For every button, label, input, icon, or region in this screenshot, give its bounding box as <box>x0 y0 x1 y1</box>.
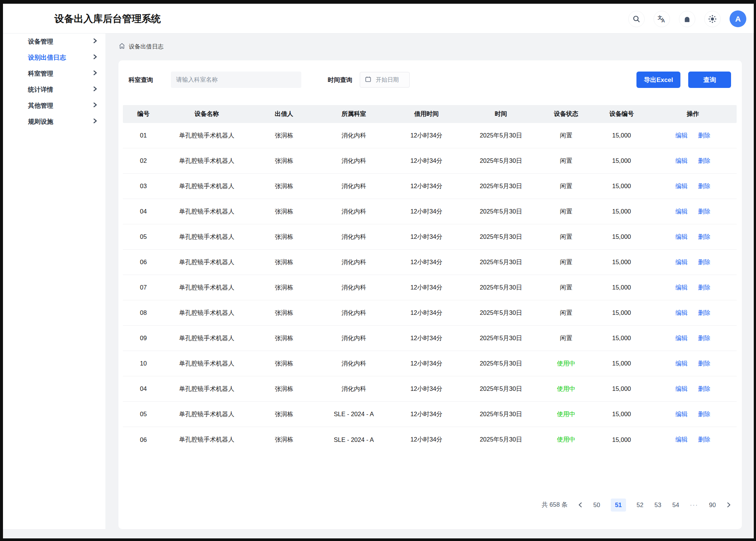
delete-link[interactable]: 删除 <box>698 436 711 444</box>
sidebar-item-label: 设备管理 <box>28 37 53 46</box>
dept-query-label: 科室查询 <box>128 72 153 88</box>
delete-link[interactable]: 删除 <box>698 157 711 165</box>
cell-lender: 张润栋 <box>250 132 318 140</box>
cell-device-status: 使用中 <box>538 360 594 368</box>
avatar[interactable]: A <box>730 10 746 27</box>
delete-link[interactable]: 删除 <box>698 360 711 368</box>
pagination-page[interactable]: 54 <box>672 502 680 509</box>
cell-device-name: 单孔腔镜手术机器人 <box>164 309 250 317</box>
edit-link[interactable]: 编辑 <box>676 410 688 418</box>
pagination-next-button[interactable] <box>727 502 731 508</box>
cell-department: 消化内科 <box>318 233 389 241</box>
cell-borrow-duration: 12小时34分 <box>389 436 464 444</box>
table-row: 05 单孔腔镜手术机器人 张润栋 SLE - 2024 - A 12小时34分 … <box>123 402 737 427</box>
sidebar-item-other-management[interactable]: 其他管理 <box>3 98 105 114</box>
breadcrumb[interactable]: 设备出借日志 <box>118 42 163 51</box>
theme-button[interactable] <box>704 11 721 27</box>
sidebar-item-label: 统计详情 <box>28 85 53 94</box>
cell-operations: 编辑 删除 <box>649 436 737 444</box>
cell-id: 10 <box>123 360 164 367</box>
query-button[interactable]: 查询 <box>688 72 731 88</box>
edit-link[interactable]: 编辑 <box>676 436 688 444</box>
cell-device-name: 单孔腔镜手术机器人 <box>164 410 250 418</box>
sidebar-item-lending-log[interactable]: 设别出借日志 <box>3 50 105 66</box>
edit-link[interactable]: 编辑 <box>676 309 688 317</box>
cell-device-name: 单孔腔镜手术机器人 <box>164 360 250 368</box>
delete-link[interactable]: 删除 <box>698 233 711 241</box>
cell-device-status: 闲置 <box>538 182 594 190</box>
chevron-right-icon <box>93 86 97 94</box>
cell-device-name: 单孔腔镜手术机器人 <box>164 208 250 216</box>
edit-link[interactable]: 编辑 <box>676 360 688 368</box>
delete-link[interactable]: 删除 <box>698 258 711 266</box>
cell-borrow-duration: 12小时34分 <box>389 360 464 368</box>
sidebar-item-statistics[interactable]: 统计详情 <box>3 82 105 98</box>
cell-lender: 张润栋 <box>250 385 318 393</box>
cell-borrow-duration: 12小时34分 <box>389 309 464 317</box>
edit-link[interactable]: 编辑 <box>676 132 688 140</box>
delete-link[interactable]: 删除 <box>698 309 711 317</box>
calendar-icon <box>365 76 371 84</box>
delete-link[interactable]: 删除 <box>698 334 711 342</box>
delete-link[interactable]: 删除 <box>698 410 711 418</box>
dept-search-input[interactable] <box>171 72 301 88</box>
edit-link[interactable]: 编辑 <box>676 334 688 342</box>
cell-device-name: 单孔腔镜手术机器人 <box>164 284 250 292</box>
pagination-page[interactable]: 90 <box>709 502 716 509</box>
cell-lender: 张润栋 <box>250 182 318 190</box>
cell-device-status: 闲置 <box>538 258 594 266</box>
delete-link[interactable]: 删除 <box>698 208 711 216</box>
edit-link[interactable]: 编辑 <box>676 258 688 266</box>
sidebar-item-department-management[interactable]: 科室管理 <box>3 66 105 82</box>
cell-date: 2025年5月30日 <box>464 410 538 418</box>
pagination-page[interactable]: 52 <box>636 502 644 509</box>
pagination-ellipsis[interactable]: ··· <box>690 502 698 509</box>
edit-link[interactable]: 编辑 <box>676 208 688 216</box>
edit-link[interactable]: 编辑 <box>676 182 688 190</box>
cell-id: 02 <box>123 157 164 164</box>
delete-link[interactable]: 删除 <box>698 284 711 292</box>
notification-button[interactable] <box>679 11 695 27</box>
pagination-page-active[interactable]: 51 <box>611 499 626 512</box>
pagination-page[interactable]: 53 <box>654 502 662 509</box>
cell-device-status: 闲置 <box>538 309 594 317</box>
home-icon <box>118 42 126 51</box>
cell-borrow-duration: 12小时34分 <box>389 132 464 140</box>
edit-link[interactable]: 编辑 <box>676 385 688 393</box>
col-header-ops: 操作 <box>649 110 737 118</box>
sidebar-item-rule-settings[interactable]: 规则设施 <box>3 114 105 130</box>
search-button[interactable] <box>628 11 645 27</box>
edit-link[interactable]: 编辑 <box>676 284 688 292</box>
export-excel-button[interactable]: 导出Excel <box>636 72 680 88</box>
translate-button[interactable]: 文 A <box>654 11 670 27</box>
cell-date: 2025年5月30日 <box>464 182 538 190</box>
cell-department: 消化内科 <box>318 309 389 317</box>
delete-link[interactable]: 删除 <box>698 182 711 190</box>
cell-device-number: 15,000 <box>594 436 649 443</box>
cell-id: 01 <box>123 132 164 139</box>
delete-link[interactable]: 删除 <box>698 132 711 140</box>
sidebar-item-device-management[interactable]: 设备管理 <box>3 34 105 50</box>
cell-borrow-duration: 12小时34分 <box>389 157 464 165</box>
pagination-page[interactable]: 50 <box>593 502 600 509</box>
cell-date: 2025年5月30日 <box>464 132 538 140</box>
cell-lender: 张润栋 <box>250 284 318 292</box>
pagination-pages: 5051525354···90 <box>593 499 716 512</box>
pagination-prev-button[interactable] <box>578 502 582 508</box>
cell-department: 消化内科 <box>318 284 389 292</box>
edit-link[interactable]: 编辑 <box>676 233 688 241</box>
cell-date: 2025年5月30日 <box>464 334 538 342</box>
cell-device-number: 15,000 <box>594 259 649 266</box>
cell-lender: 张润栋 <box>250 233 318 241</box>
delete-link[interactable]: 删除 <box>698 385 711 393</box>
cell-device-status: 闲置 <box>538 157 594 165</box>
cell-device-status: 闲置 <box>538 208 594 216</box>
cell-department: SLE - 2024 - A <box>318 411 389 418</box>
start-date-picker[interactable]: 开始日期 <box>360 72 410 88</box>
filter-bar: 科室查询 时间查询 开始日期 导出Excel 查询 <box>128 72 731 88</box>
col-header-lender: 出借人 <box>250 110 318 118</box>
cell-device-name: 单孔腔镜手术机器人 <box>164 436 250 444</box>
edit-link[interactable]: 编辑 <box>676 157 688 165</box>
cell-id: 05 <box>123 411 164 418</box>
cell-date: 2025年5月30日 <box>464 309 538 317</box>
